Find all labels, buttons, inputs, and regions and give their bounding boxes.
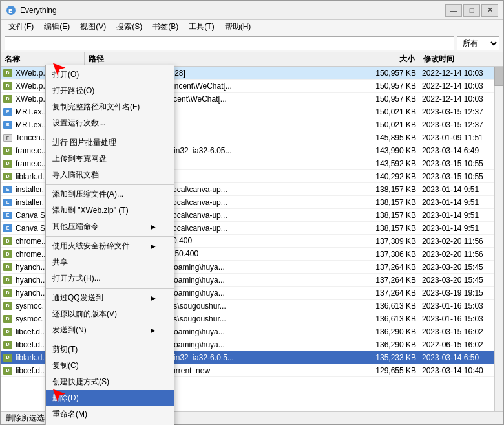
file-icon: D: [3, 69, 12, 77]
cell-size: 136,290 KB: [361, 325, 419, 338]
context-menu-item-create-shortcut[interactable]: 创建快捷方式(S): [46, 374, 174, 390]
context-menu-item-set-run-count[interactable]: 设置运行次数...: [46, 115, 174, 131]
cell-size: 138,157 KB: [361, 196, 419, 208]
file-icon: D: [3, 82, 12, 90]
cell-size: 137,264 KB: [361, 287, 419, 299]
menu-tools[interactable]: 工具(T): [184, 20, 219, 34]
col-header-date[interactable]: 修改时间: [419, 52, 503, 66]
context-menu-separator: [46, 424, 174, 424]
cell-date: 2022-12-14 10:03: [419, 80, 503, 92]
file-name-text: chrome...: [16, 237, 48, 246]
cell-date: 2023-01-14 9:51: [419, 209, 503, 221]
submenu-arrow-icon: ▶: [151, 243, 156, 250]
minimize-button[interactable]: —: [445, 4, 462, 17]
context-menu-item-import-tencent[interactable]: 导入腾讯文档: [46, 167, 174, 183]
cell-date: 2023-03-20 15:45: [419, 274, 503, 286]
file-icon: E: [3, 212, 12, 219]
file-icon: E: [3, 224, 12, 232]
context-menu-separator: [46, 340, 174, 340]
context-menu-item-label: 进行 图片批量处理: [52, 137, 116, 148]
file-name-text: XWeb.p...: [16, 94, 49, 104]
scrollbar-thumb[interactable]: [494, 67, 503, 86]
file-name-text: chrome...: [16, 250, 48, 259]
cell-size: 140,292 KB: [361, 170, 419, 182]
context-menu-separator: [46, 184, 174, 185]
cell-date: 2023-03-20 15:45: [419, 261, 503, 273]
app-icon: E: [6, 5, 16, 16]
cell-date: 2023-02-20 11:56: [419, 248, 503, 260]
file-icon: D: [3, 95, 12, 103]
context-menu-item-copy[interactable]: 复制(C): [46, 358, 174, 374]
file-icon: E: [3, 199, 12, 206]
file-name-text: XWeb.p...: [16, 69, 49, 78]
context-menu-item-open-path[interactable]: 打开路径(O): [46, 83, 174, 99]
cell-size: 137,264 KB: [361, 261, 419, 273]
file-icon: F: [3, 134, 12, 142]
cell-size: 137,264 KB: [361, 274, 419, 286]
cell-size: 150,021 KB: [361, 105, 419, 118]
context-menu-item-copy-full-path[interactable]: 复制完整路径和文件名(F): [46, 99, 174, 115]
cell-date: 2023-03-14 10:40: [419, 364, 503, 376]
context-menu-item-send-qq[interactable]: 通过QQ发送到▶: [46, 290, 174, 306]
context-menu-item-label: 添加到压缩文件(A)...: [52, 189, 123, 200]
file-icon: D: [3, 354, 12, 362]
context-menu-item-upload-quark[interactable]: 上传到夸克网盘: [46, 151, 174, 167]
menu-view[interactable]: 视图(V): [75, 20, 111, 34]
menu-search[interactable]: 搜索(S): [111, 20, 147, 34]
context-menu-item-restore-version[interactable]: 还原以前的版本(V): [46, 306, 174, 322]
vertical-scrollbar[interactable]: [494, 67, 503, 411]
context-menu-item-add-to-xweb-zip[interactable]: 添加到 "XWeb.zip" (T): [46, 202, 174, 219]
col-header-path[interactable]: 路径: [85, 52, 361, 66]
cell-date: 2023-02-20 11:56: [419, 235, 503, 247]
context-menu-item-share[interactable]: 共享: [46, 254, 174, 270]
file-name-text: frame.c...: [16, 146, 48, 155]
context-menu-item-open-with[interactable]: 打开方式(H)...: [46, 270, 174, 287]
cell-date: 2023-03-14 6:49: [419, 144, 503, 157]
filter-dropdown[interactable]: 所有 音频 压缩包 文档 可执行 文件夹 图片 视频: [457, 36, 499, 50]
file-name-text: MRT.ex...: [16, 120, 48, 129]
file-icon: D: [3, 367, 12, 375]
file-name-text: installer...: [16, 198, 48, 207]
context-menu-item-label: 使用火绒安全粉碎文件: [52, 241, 130, 252]
context-menu-item-batch-process[interactable]: 进行 图片批量处理: [46, 135, 174, 151]
search-input[interactable]: [5, 36, 454, 50]
context-menu-item-cut[interactable]: 剪切(T): [46, 342, 174, 358]
submenu-arrow-icon: ▶: [151, 223, 156, 230]
cell-date: 2022-12-14 10:03: [419, 67, 503, 79]
close-button[interactable]: ✕: [481, 4, 498, 17]
context-menu-item-label: 复制(C): [52, 360, 79, 371]
context-menu-separator: [46, 288, 174, 289]
context-menu-item-send-to[interactable]: 发送到(N)▶: [46, 322, 174, 338]
file-name-text: sysmoc...: [16, 314, 48, 323]
context-menu-item-label: 剪切(T): [52, 344, 78, 355]
cell-size: 145,895 KB: [361, 131, 419, 144]
file-icon: D: [3, 263, 12, 271]
context-menu-item-add-archive[interactable]: 添加到压缩文件(A)...: [46, 186, 174, 202]
cell-date: 2023-03-15 16:02: [419, 325, 503, 338]
context-menu-item-other-compress[interactable]: 其他压缩命令▶: [46, 219, 174, 235]
cell-date: 2023-01-16 15:03: [419, 300, 503, 312]
file-icon: D: [3, 302, 12, 310]
menu-bookmarks[interactable]: 书签(B): [147, 20, 184, 34]
cell-date: 2023-01-14 9:51: [419, 222, 503, 234]
title-bar: E Everything — □ ✕: [1, 1, 503, 20]
context-menu-item-label: 还原以前的版本(V): [52, 309, 117, 320]
menu-file[interactable]: 文件(F): [3, 20, 39, 34]
menu-help[interactable]: 帮助(H): [220, 20, 257, 34]
file-icon: E: [3, 186, 12, 193]
context-menu: 打开(O)打开路径(O)复制完整路径和文件名(F)设置运行次数...进行 图片批…: [45, 65, 174, 425]
maximize-button[interactable]: □: [463, 4, 480, 17]
context-menu-separator: [46, 236, 174, 237]
menu-edit[interactable]: 编辑(E): [39, 20, 75, 34]
cell-size: 136,613 KB: [361, 300, 419, 312]
submenu-arrow-icon: ▶: [151, 294, 156, 301]
col-header-name[interactable]: 名称: [1, 52, 85, 66]
cell-date: 2023-03-15 10:55: [419, 170, 503, 182]
cell-date: 2022-12-14 10:03: [419, 93, 503, 105]
context-menu-item-shred-fire[interactable]: 使用火绒安全粉碎文件▶: [46, 238, 174, 254]
cell-size: 138,157 KB: [361, 209, 419, 221]
context-menu-item-label: 打开路径(O): [52, 85, 94, 96]
col-header-size[interactable]: 大小: [361, 52, 419, 66]
context-menu-item-rename[interactable]: 重命名(M): [46, 406, 174, 422]
cell-date: 2023-01-09 11:51: [419, 131, 503, 144]
